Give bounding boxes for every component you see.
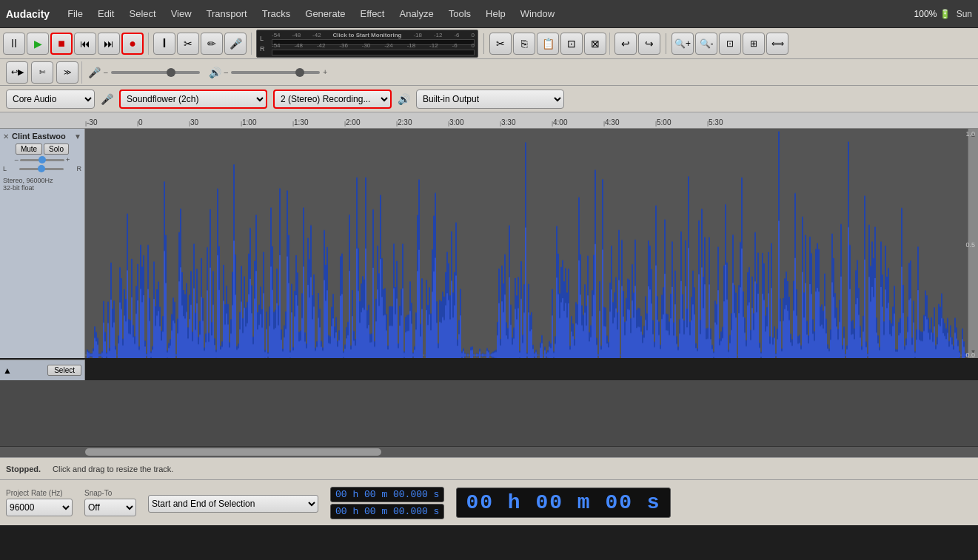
project-rate-section: Project Rate (Hz) 96000	[6, 489, 73, 516]
scrollbar-thumb[interactable]	[85, 448, 381, 456]
pan-slider[interactable]	[19, 168, 64, 170]
divider1	[483, 33, 484, 54]
cut-preview-button[interactable]: ✄	[31, 61, 53, 84]
pan-right-label: R	[76, 165, 81, 172]
mic-icon2: 🎤	[101, 93, 113, 105]
menu-analyze[interactable]: Analyze	[393, 5, 439, 22]
envelope-tool[interactable]: ✂	[177, 33, 199, 55]
mic-icon: 🎤	[88, 67, 101, 78]
loop-play-button[interactable]: ↩▶	[6, 61, 28, 84]
snap-mode-select[interactable]: Start and End of Selection	[148, 495, 318, 513]
h-scrollbar[interactable]	[0, 447, 978, 457]
track-gain-control: – +	[3, 156, 81, 163]
play-button[interactable]: ▶	[27, 33, 49, 55]
output-device-select[interactable]: Built-in Output	[416, 90, 564, 109]
paste-button[interactable]: 📋	[537, 33, 559, 55]
project-rate-select[interactable]: 96000	[6, 499, 73, 516]
mic-record-btn[interactable]: 🎤	[224, 33, 247, 55]
system-status: 100% 🔋 Sun	[914, 9, 972, 19]
snap-to-select[interactable]: Off	[84, 499, 136, 516]
snap-mode-section: Start and End of Selection	[148, 493, 318, 513]
fit-tracks-button[interactable]: ⊞	[743, 33, 765, 55]
output-level-slider[interactable]	[231, 71, 320, 74]
skip-end-button[interactable]: ⏭	[98, 33, 120, 55]
menu-view[interactable]: View	[165, 5, 198, 22]
zoom-in-button[interactable]: 🔍+	[671, 33, 694, 55]
menu-tools[interactable]: Tools	[443, 5, 477, 22]
stop-button[interactable]: ■	[50, 33, 73, 55]
input-device-select[interactable]: Soundflower (2ch)	[119, 90, 267, 109]
toolbar-row2: ↩▶ ✄ ≫ 🎤 – 🔊 – +	[0, 59, 978, 86]
gain-min-label: –	[15, 156, 19, 163]
menu-transport[interactable]: Transport	[201, 5, 253, 22]
cut-button[interactable]: ✂	[489, 33, 512, 55]
ruler-mark-500: 5:00	[655, 118, 707, 126]
skip-start-button[interactable]: ⏮	[74, 33, 96, 55]
vu-monitor-text[interactable]: Click to Start Monitoring	[333, 32, 402, 38]
output-level-plus: +	[323, 68, 327, 76]
draw-tool[interactable]: ✏	[201, 33, 223, 55]
speaker-icon2: 🔊	[398, 93, 410, 105]
ruler-mark-400: 4:00	[552, 118, 603, 126]
undo-section: ↩ ↪	[614, 33, 660, 55]
select-tool[interactable]: I	[153, 33, 175, 55]
track-controls: Mute Solo	[3, 144, 81, 155]
zoom-section: 🔍+ 🔍- ⊡ ⊞ ⟺	[671, 33, 788, 55]
trim-button[interactable]: ⊡	[560, 33, 583, 55]
menu-window[interactable]: Window	[515, 5, 560, 22]
menu-edit[interactable]: Edit	[92, 5, 120, 22]
fit-project-button[interactable]: ⊡	[719, 33, 741, 55]
timeline-ruler: -30 0 30 1:00 1:30 2:00 2:30 3:00 3:30 4…	[0, 112, 978, 129]
vu-row-r: R -54 -48 -42 -36 -30 -24 -18 -12 -6 0	[260, 44, 475, 54]
snap-to-label: Snap-To	[84, 489, 136, 497]
ruler-mark-530: 5:30	[707, 118, 759, 126]
menu-file[interactable]: File	[61, 5, 89, 22]
battery-text: 100% 🔋	[914, 9, 951, 19]
waveform-top[interactable]: 1.0 0.5 0.0 -0.5 -1.0	[85, 129, 978, 358]
select-button[interactable]: Select	[47, 365, 81, 376]
collapse-icon[interactable]: ▲	[3, 365, 12, 376]
edit-section: ✂ ⎘ 📋 ⊡ ⊠	[489, 33, 610, 55]
scroll-down-arrow[interactable]: ▼	[968, 348, 978, 355]
gain-slider[interactable]	[20, 159, 64, 161]
ruler-marks: -30 0 30 1:00 1:30 2:00 2:30 3:00 3:30 4…	[85, 118, 978, 126]
menu-tracks[interactable]: Tracks	[256, 5, 297, 22]
record-button[interactable]: ●	[121, 33, 144, 55]
ruler-mark-200: 2:00	[344, 118, 396, 126]
input-level-slider[interactable]	[111, 71, 200, 74]
track-info: Stereo, 96000Hz32-bit float	[3, 177, 81, 192]
track-close-btn[interactable]: ✕	[3, 132, 9, 141]
output-level-label: –	[224, 68, 229, 76]
redo-button[interactable]: ↪	[638, 33, 660, 55]
play-at-speed[interactable]: ≫	[56, 61, 78, 84]
track-resize-handle[interactable]: ▲ ▼	[968, 129, 978, 358]
tracks-area: ✕ Clint Eastwoo ▼ Mute Solo – + L R Ster…	[0, 129, 978, 380]
pause-button[interactable]: ⏸	[3, 33, 25, 55]
track-menu-arrow[interactable]: ▼	[74, 132, 81, 141]
zoom-toggle-button[interactable]: ⟺	[766, 33, 788, 55]
ruler-mark-100: 1:00	[241, 118, 292, 126]
menu-select[interactable]: Select	[123, 5, 161, 22]
undo-button[interactable]: ↩	[614, 33, 637, 55]
mute-button[interactable]: Mute	[16, 144, 42, 155]
channels-select[interactable]: 2 (Stereo) Recording...	[273, 90, 392, 109]
menu-help[interactable]: Help	[480, 5, 512, 22]
selection-end-display: 00 h 00 m 00.000 s	[330, 504, 444, 519]
waveform-container[interactable]: 1.0 0.5 0.0 -0.5 -1.0 1.0 0.5 0.0 -0.5 -…	[85, 129, 978, 358]
zoom-out-button[interactable]: 🔍-	[695, 33, 717, 55]
scroll-up-arrow[interactable]: ▲	[968, 132, 978, 138]
selection-start-display: 00 h 00 m 00.000 s	[330, 487, 444, 502]
menu-effect[interactable]: Effect	[354, 5, 390, 22]
solo-button[interactable]: Solo	[44, 144, 69, 155]
device-bar: Core Audio 🎤 Soundflower (2ch) 2 (Stereo…	[0, 86, 978, 112]
menu-generate[interactable]: Generate	[299, 5, 351, 22]
empty-track-area	[0, 380, 978, 447]
time-display: 00 h 00 m 00 s	[456, 488, 670, 518]
waveform-canvas-top[interactable]	[85, 129, 978, 358]
host-select[interactable]: Core Audio	[6, 90, 95, 109]
copy-button[interactable]: ⎘	[513, 33, 535, 55]
playback-section: ↩▶ ✄ ≫	[3, 61, 82, 84]
vu-label-r: R	[260, 45, 270, 53]
silence-button[interactable]: ⊠	[584, 33, 606, 55]
divider2	[666, 33, 666, 54]
